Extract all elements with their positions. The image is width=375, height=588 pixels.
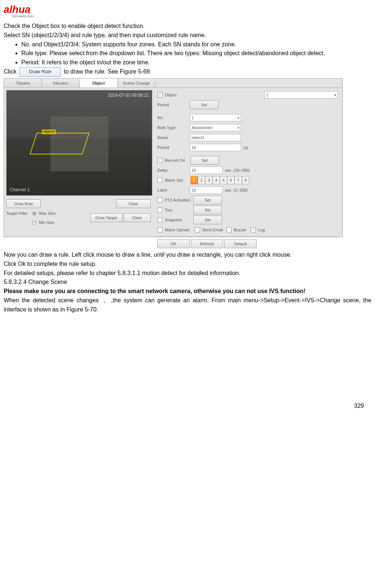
alarm-out-label: Alarm Out [165, 178, 190, 182]
ptz-checkbox[interactable] [157, 197, 162, 203]
rule-type-label: Rule Type [157, 125, 190, 130]
send-email-checkbox[interactable] [195, 227, 200, 232]
log-checkbox[interactable]: ✓ [251, 227, 256, 232]
no-select[interactable]: 1 [190, 114, 241, 121]
camera-channel-label: Channel 1 [10, 187, 30, 192]
after-p4: When the detected scene changes ， ,the s… [4, 296, 371, 314]
brand-logo: alhua [4, 4, 371, 15]
page-number: 329 [4, 403, 371, 409]
min-size-radio[interactable] [32, 221, 36, 225]
period-set-label: Period [157, 103, 190, 107]
object-label: Object [165, 93, 190, 97]
tab-object[interactable]: Object [80, 79, 118, 88]
bullet-2: Rule type: Please select from the dropdo… [21, 49, 371, 58]
default-button[interactable]: Default [224, 239, 257, 248]
alarm-upload-checkbox[interactable] [157, 227, 162, 232]
alarm-out-checkbox[interactable] [157, 178, 162, 183]
record-ch-label: Record CH [165, 158, 190, 163]
draw-target-button[interactable]: Draw Target [90, 213, 122, 222]
name-label: Name [157, 135, 190, 140]
no-label: No. [157, 115, 190, 120]
clear-rule-button[interactable]: Clear [116, 199, 151, 208]
period-unit: (s) [243, 145, 248, 150]
tour-checkbox[interactable] [157, 207, 162, 213]
delay-label: Delay [157, 168, 190, 172]
min-size-label: Min Size [39, 220, 54, 225]
tab-tripwire[interactable]: Tripwire [4, 79, 42, 88]
tour-set-button[interactable]: Set [193, 206, 222, 214]
snapshot-set-button[interactable]: Set [193, 215, 222, 224]
max-size-radio[interactable] [32, 211, 36, 216]
period-label: Period [157, 145, 190, 150]
bullet-1: No. and Object1/2/3/4: System supports f… [21, 40, 371, 49]
object-select[interactable]: 2 [264, 91, 338, 99]
click-post: to draw the rule. See Figure 5-69. [64, 68, 151, 75]
alarm-out-3[interactable]: 3 [205, 176, 213, 184]
rule-type-select[interactable]: Abandoned [190, 124, 241, 131]
section-heading: 5.8.3.2.4 Change Scene [4, 278, 371, 287]
ok-button[interactable]: OK [157, 239, 190, 248]
alarm-out-7[interactable]: 7 [235, 176, 242, 184]
intro-line2: Select SN (object1/2/3/4) and rule type,… [4, 31, 371, 40]
warning-text: Please make sure you are connecting to t… [4, 287, 371, 296]
record-ch-checkbox[interactable]: ✓ [157, 158, 162, 163]
send-email-label: Send Email [202, 228, 226, 232]
name-input[interactable]: object1 [190, 134, 241, 141]
alarm-out-2[interactable]: 2 [198, 176, 205, 184]
buzzer-label: Buzzer [234, 228, 251, 232]
period-input[interactable]: 10 [190, 144, 241, 151]
after-p2: Click Ok to complete the rule setup. [4, 260, 371, 269]
camera-preview: 2014-07-03 09:58:21 object1 Channel 1 [6, 90, 152, 196]
refresh-button[interactable]: Refresh [191, 239, 223, 248]
bullet-3: Period: It refers to the object in/out t… [21, 58, 371, 67]
tour-label: Tour [165, 208, 193, 212]
snapshot-checkbox[interactable] [157, 217, 162, 222]
delay-input[interactable]: 10 [190, 167, 223, 174]
alarm-out-8[interactable]: 8 [242, 176, 249, 184]
camera-timestamp: 2014-07-03 09:58:21 [108, 93, 149, 98]
ptz-set-button[interactable]: Set [193, 196, 222, 204]
record-ch-set-button[interactable]: Set [190, 156, 219, 165]
period-set-button[interactable]: Set [190, 100, 218, 109]
brand-sub: TECHNOLOGY [12, 15, 371, 18]
intro-line1: Check the Object box to enable object de… [4, 22, 371, 31]
tab-scene-change[interactable]: Scene Change [118, 79, 156, 88]
click-pre: Click [4, 68, 18, 75]
alarm-out-6[interactable]: 6 [227, 176, 235, 184]
alarm-out-5[interactable]: 5 [220, 176, 227, 184]
after-p1: Now you can draw a rule. Left click mous… [4, 250, 371, 260]
ptz-label: PTZ Activation [165, 198, 193, 202]
delay-unit: sec. (10~300) [225, 168, 250, 172]
buzzer-checkbox[interactable] [226, 227, 232, 232]
camera-rule-shape [29, 133, 89, 154]
alarm-upload-label: Alarm Upload [165, 228, 195, 232]
figure-screenshot: Tripwire Intrusion Object Scene Change 2… [4, 78, 343, 237]
draw-rule-button[interactable]: Draw Rule [6, 199, 41, 208]
latch-input[interactable]: 10 [190, 186, 223, 194]
draw-rule-inline-button[interactable]: Draw Rule [19, 67, 61, 77]
tab-intrusion[interactable]: Intrusion [42, 79, 80, 88]
after-p3: For detailed setups, please refer to cha… [4, 269, 371, 278]
snapshot-label: Snapshot [165, 218, 193, 222]
max-size-label: Max Size [39, 211, 56, 215]
latch-label: Latch [157, 188, 190, 192]
alarm-out-1[interactable]: 1 [190, 176, 198, 184]
alarm-out-4[interactable]: 4 [213, 176, 220, 184]
latch-unit: sec. (1~300) [225, 188, 247, 192]
clear-target-button[interactable]: Clear [124, 213, 151, 222]
log-label: Log [258, 228, 265, 232]
target-filter-label: Target Filter [6, 211, 32, 215]
object-checkbox[interactable]: ✓ [157, 92, 162, 97]
